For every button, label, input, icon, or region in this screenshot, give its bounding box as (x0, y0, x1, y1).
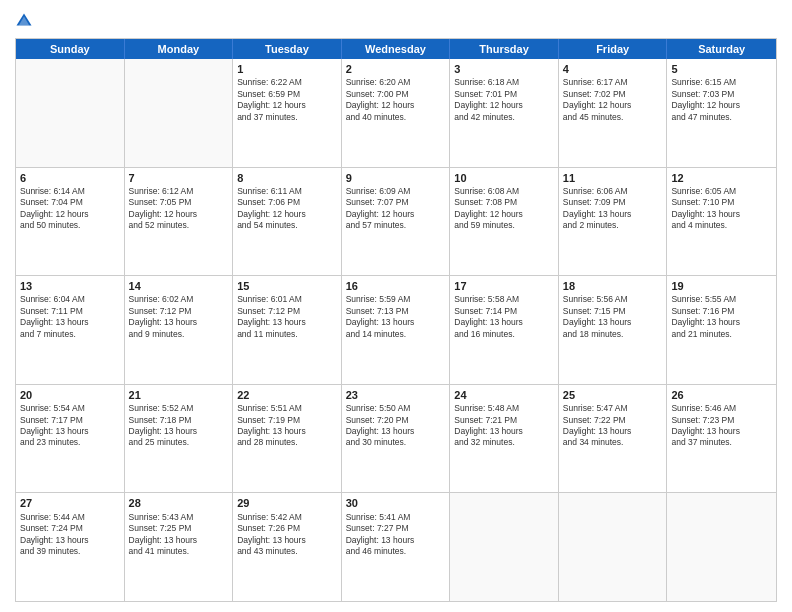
calendar-row-0: 1Sunrise: 6:22 AM Sunset: 6:59 PM Daylig… (16, 59, 776, 167)
cell-info: Sunrise: 5:48 AM Sunset: 7:21 PM Dayligh… (454, 403, 554, 449)
cell-info: Sunrise: 5:47 AM Sunset: 7:22 PM Dayligh… (563, 403, 663, 449)
calendar-cell: 15Sunrise: 6:01 AM Sunset: 7:12 PM Dayli… (233, 276, 342, 384)
calendar-cell: 24Sunrise: 5:48 AM Sunset: 7:21 PM Dayli… (450, 385, 559, 493)
cell-day-number: 19 (671, 279, 772, 293)
calendar-cell (559, 493, 668, 601)
cell-day-number: 16 (346, 279, 446, 293)
calendar-cell: 22Sunrise: 5:51 AM Sunset: 7:19 PM Dayli… (233, 385, 342, 493)
cell-info: Sunrise: 5:54 AM Sunset: 7:17 PM Dayligh… (20, 403, 120, 449)
calendar-cell: 3Sunrise: 6:18 AM Sunset: 7:01 PM Daylig… (450, 59, 559, 167)
cell-info: Sunrise: 6:09 AM Sunset: 7:07 PM Dayligh… (346, 186, 446, 232)
calendar-cell: 25Sunrise: 5:47 AM Sunset: 7:22 PM Dayli… (559, 385, 668, 493)
cell-day-number: 20 (20, 388, 120, 402)
calendar-cell: 2Sunrise: 6:20 AM Sunset: 7:00 PM Daylig… (342, 59, 451, 167)
logo (15, 10, 35, 30)
calendar-cell: 5Sunrise: 6:15 AM Sunset: 7:03 PM Daylig… (667, 59, 776, 167)
cell-day-number: 27 (20, 496, 120, 510)
calendar-cell: 21Sunrise: 5:52 AM Sunset: 7:18 PM Dayli… (125, 385, 234, 493)
cell-info: Sunrise: 5:56 AM Sunset: 7:15 PM Dayligh… (563, 294, 663, 340)
cell-info: Sunrise: 6:12 AM Sunset: 7:05 PM Dayligh… (129, 186, 229, 232)
calendar-cell: 16Sunrise: 5:59 AM Sunset: 7:13 PM Dayli… (342, 276, 451, 384)
cell-info: Sunrise: 6:08 AM Sunset: 7:08 PM Dayligh… (454, 186, 554, 232)
calendar-cell (16, 59, 125, 167)
cell-info: Sunrise: 6:15 AM Sunset: 7:03 PM Dayligh… (671, 77, 772, 123)
cell-day-number: 10 (454, 171, 554, 185)
page: SundayMondayTuesdayWednesdayThursdayFrid… (0, 0, 792, 612)
cell-info: Sunrise: 6:05 AM Sunset: 7:10 PM Dayligh… (671, 186, 772, 232)
cell-day-number: 28 (129, 496, 229, 510)
calendar-cell: 17Sunrise: 5:58 AM Sunset: 7:14 PM Dayli… (450, 276, 559, 384)
cell-day-number: 6 (20, 171, 120, 185)
cell-day-number: 4 (563, 62, 663, 76)
cell-info: Sunrise: 6:01 AM Sunset: 7:12 PM Dayligh… (237, 294, 337, 340)
header-day-saturday: Saturday (667, 39, 776, 59)
calendar: SundayMondayTuesdayWednesdayThursdayFrid… (15, 38, 777, 602)
header-day-tuesday: Tuesday (233, 39, 342, 59)
cell-day-number: 17 (454, 279, 554, 293)
calendar-cell: 29Sunrise: 5:42 AM Sunset: 7:26 PM Dayli… (233, 493, 342, 601)
header (15, 10, 777, 30)
calendar-cell: 13Sunrise: 6:04 AM Sunset: 7:11 PM Dayli… (16, 276, 125, 384)
cell-info: Sunrise: 5:58 AM Sunset: 7:14 PM Dayligh… (454, 294, 554, 340)
calendar-cell: 28Sunrise: 5:43 AM Sunset: 7:25 PM Dayli… (125, 493, 234, 601)
header-day-thursday: Thursday (450, 39, 559, 59)
cell-info: Sunrise: 6:04 AM Sunset: 7:11 PM Dayligh… (20, 294, 120, 340)
cell-day-number: 23 (346, 388, 446, 402)
calendar-cell: 30Sunrise: 5:41 AM Sunset: 7:27 PM Dayli… (342, 493, 451, 601)
calendar-row-4: 27Sunrise: 5:44 AM Sunset: 7:24 PM Dayli… (16, 492, 776, 601)
calendar-cell: 18Sunrise: 5:56 AM Sunset: 7:15 PM Dayli… (559, 276, 668, 384)
calendar-cell: 20Sunrise: 5:54 AM Sunset: 7:17 PM Dayli… (16, 385, 125, 493)
calendar-cell: 7Sunrise: 6:12 AM Sunset: 7:05 PM Daylig… (125, 168, 234, 276)
calendar-cell (125, 59, 234, 167)
cell-day-number: 30 (346, 496, 446, 510)
cell-info: Sunrise: 5:50 AM Sunset: 7:20 PM Dayligh… (346, 403, 446, 449)
header-day-friday: Friday (559, 39, 668, 59)
cell-day-number: 12 (671, 171, 772, 185)
cell-day-number: 3 (454, 62, 554, 76)
header-day-sunday: Sunday (16, 39, 125, 59)
cell-day-number: 22 (237, 388, 337, 402)
logo-icon (15, 12, 33, 30)
calendar-row-1: 6Sunrise: 6:14 AM Sunset: 7:04 PM Daylig… (16, 167, 776, 276)
cell-day-number: 1 (237, 62, 337, 76)
cell-info: Sunrise: 6:02 AM Sunset: 7:12 PM Dayligh… (129, 294, 229, 340)
header-day-wednesday: Wednesday (342, 39, 451, 59)
cell-info: Sunrise: 5:41 AM Sunset: 7:27 PM Dayligh… (346, 512, 446, 558)
cell-info: Sunrise: 6:11 AM Sunset: 7:06 PM Dayligh… (237, 186, 337, 232)
calendar-cell: 12Sunrise: 6:05 AM Sunset: 7:10 PM Dayli… (667, 168, 776, 276)
cell-info: Sunrise: 6:17 AM Sunset: 7:02 PM Dayligh… (563, 77, 663, 123)
calendar-cell (667, 493, 776, 601)
cell-day-number: 26 (671, 388, 772, 402)
calendar-cell: 11Sunrise: 6:06 AM Sunset: 7:09 PM Dayli… (559, 168, 668, 276)
header-day-monday: Monday (125, 39, 234, 59)
cell-day-number: 24 (454, 388, 554, 402)
cell-day-number: 7 (129, 171, 229, 185)
cell-info: Sunrise: 5:43 AM Sunset: 7:25 PM Dayligh… (129, 512, 229, 558)
cell-day-number: 29 (237, 496, 337, 510)
cell-info: Sunrise: 5:51 AM Sunset: 7:19 PM Dayligh… (237, 403, 337, 449)
calendar-cell: 4Sunrise: 6:17 AM Sunset: 7:02 PM Daylig… (559, 59, 668, 167)
cell-info: Sunrise: 5:55 AM Sunset: 7:16 PM Dayligh… (671, 294, 772, 340)
cell-info: Sunrise: 5:46 AM Sunset: 7:23 PM Dayligh… (671, 403, 772, 449)
cell-day-number: 14 (129, 279, 229, 293)
cell-info: Sunrise: 6:06 AM Sunset: 7:09 PM Dayligh… (563, 186, 663, 232)
cell-info: Sunrise: 6:22 AM Sunset: 6:59 PM Dayligh… (237, 77, 337, 123)
cell-day-number: 18 (563, 279, 663, 293)
cell-day-number: 2 (346, 62, 446, 76)
cell-day-number: 13 (20, 279, 120, 293)
cell-info: Sunrise: 6:18 AM Sunset: 7:01 PM Dayligh… (454, 77, 554, 123)
cell-info: Sunrise: 5:52 AM Sunset: 7:18 PM Dayligh… (129, 403, 229, 449)
calendar-cell: 1Sunrise: 6:22 AM Sunset: 6:59 PM Daylig… (233, 59, 342, 167)
cell-info: Sunrise: 5:42 AM Sunset: 7:26 PM Dayligh… (237, 512, 337, 558)
cell-day-number: 8 (237, 171, 337, 185)
calendar-cell: 9Sunrise: 6:09 AM Sunset: 7:07 PM Daylig… (342, 168, 451, 276)
cell-info: Sunrise: 5:59 AM Sunset: 7:13 PM Dayligh… (346, 294, 446, 340)
cell-day-number: 15 (237, 279, 337, 293)
calendar-row-2: 13Sunrise: 6:04 AM Sunset: 7:11 PM Dayli… (16, 275, 776, 384)
cell-day-number: 5 (671, 62, 772, 76)
cell-day-number: 11 (563, 171, 663, 185)
calendar-cell: 19Sunrise: 5:55 AM Sunset: 7:16 PM Dayli… (667, 276, 776, 384)
calendar-cell: 14Sunrise: 6:02 AM Sunset: 7:12 PM Dayli… (125, 276, 234, 384)
cell-day-number: 25 (563, 388, 663, 402)
cell-day-number: 9 (346, 171, 446, 185)
